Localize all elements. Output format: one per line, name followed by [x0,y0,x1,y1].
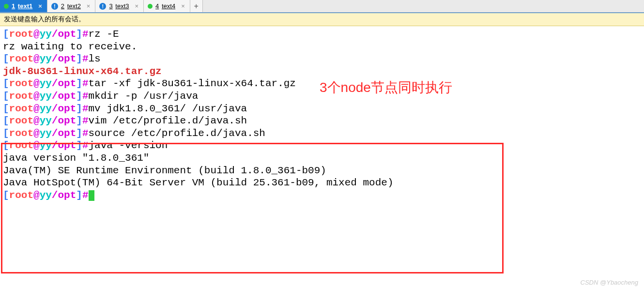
command-text: ls [89,53,101,64]
command-text: rz -E [89,29,119,40]
prompt-bracket: [ [3,29,9,40]
add-tab-button[interactable]: + [190,0,203,12]
close-icon[interactable]: × [37,2,43,10]
prompt-at: @ [33,29,40,40]
output-text: java version "1.8.0_361" [3,152,149,164]
terminal-output[interactable]: [root@yy/opt]#rz -E rz waiting to receiv… [0,26,644,204]
command-text: source /etc/profile.d/java.sh [89,128,265,139]
status-dot-icon [148,4,153,9]
tab-text3[interactable]: ! 3 text3 × [95,0,144,12]
annotation-text: 3个node节点同时执行 [320,78,452,97]
tab-num: 2 [61,2,64,10]
close-icon[interactable]: × [180,2,186,10]
close-icon[interactable]: × [86,2,92,10]
command-text: java -version [89,140,168,151]
tab-num: 3 [109,2,112,10]
cursor-icon [89,190,94,201]
tab-bar: 1 text1 × ! 2 text2 × ! 3 text3 × 4 text… [0,0,644,13]
broadcast-info-bar: 发送键盘输入的所有会话。 [0,13,644,26]
alert-icon: ! [99,3,106,10]
prompt-path: /opt [52,29,76,40]
status-dot-icon [4,4,9,9]
tab-label: text1 [18,2,32,10]
output-text: rz waiting to receive. [3,41,137,52]
tab-label: text2 [67,2,81,10]
prompt-user: root [9,29,33,40]
prompt-hash: # [82,29,89,40]
close-icon[interactable]: × [134,2,140,10]
tab-text2[interactable]: ! 2 text2 × [47,0,96,12]
tab-num: 1 [12,2,15,10]
output-text: Java HotSpot(TM) 64-Bit Server VM (build… [3,177,394,188]
tab-num: 4 [155,2,159,10]
prompt-host: yy [40,29,52,40]
tab-label: text4 [162,2,175,10]
prompt-bracket: ] [76,29,82,40]
command-text: vim /etc/profile.d/java.sh [89,115,247,126]
command-text: mkdir -p /usr/java [89,91,199,102]
watermark-text: CSDN @Ybaocheng [581,279,638,286]
tab-text4[interactable]: 4 text4 × [144,0,190,12]
alert-icon: ! [51,3,58,10]
tab-label: text3 [115,2,129,10]
command-text: mv jdk1.8.0_361/ /usr/java [89,103,247,114]
output-text: Java(TM) SE Runtime Environment (build 1… [3,165,326,176]
tab-text1[interactable]: 1 text1 × [0,0,47,12]
output-text: jdk-8u361-linux-x64.tar.gz [3,66,162,77]
command-text: tar -xf jdk-8u361-linux-x64.tar.gz [89,78,296,89]
